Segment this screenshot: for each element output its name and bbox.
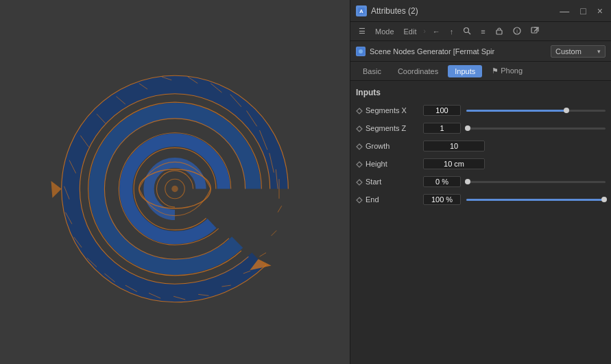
param-value-segments_x[interactable]	[423, 105, 461, 116]
spiral-3d	[45, 52, 305, 313]
tab-coordinates[interactable]: Coordinates	[391, 65, 445, 77]
list-button[interactable]: ≡	[478, 27, 488, 36]
svg-marker-46	[357, 180, 362, 185]
tabs: BasicCoordinatesInputs⚑ Phong	[350, 62, 611, 81]
dropdown-label: Custom	[555, 47, 582, 56]
svg-point-41	[359, 49, 363, 53]
param-value-start[interactable]	[423, 176, 461, 187]
inputs-area: Inputs Segments XSegments ZGrowthHeightS…	[350, 81, 611, 364]
param-row-start: Start	[356, 174, 606, 189]
param-diamond-end[interactable]	[356, 196, 363, 203]
param-label-segments_x: Segments X	[366, 106, 420, 114]
svg-rect-35	[496, 30, 502, 34]
param-row-end: End	[356, 192, 606, 207]
edit-button[interactable]: Edit	[401, 27, 420, 36]
param-diamond-height[interactable]	[356, 160, 363, 167]
param-label-segments_z: Segments Z	[366, 124, 420, 132]
scene-node-label: Scene Nodes Generator [Fermat Spir	[370, 47, 547, 56]
param-slider-end[interactable]	[466, 199, 606, 201]
svg-line-27	[278, 206, 282, 213]
param-slider-fill-segments_x	[466, 110, 566, 112]
param-slider-fill-end	[466, 199, 604, 201]
toolbar-separator: ›	[424, 27, 426, 35]
svg-line-25	[260, 252, 267, 256]
param-row-growth: Growth	[356, 138, 606, 154]
param-value-segments_z[interactable]	[423, 123, 461, 134]
viewport	[0, 0, 350, 364]
params-container: Segments XSegments ZGrowthHeightStartEnd	[356, 103, 606, 207]
lock-button[interactable]	[492, 26, 506, 37]
custom-dropdown[interactable]: Custom ▾	[551, 45, 606, 58]
param-slider-segments_z[interactable]	[466, 128, 606, 130]
param-diamond-segments_x[interactable]	[356, 107, 363, 114]
back-button[interactable]: ←	[430, 27, 443, 36]
svg-marker-43	[357, 126, 362, 132]
param-row-segments_x: Segments X	[356, 103, 606, 118]
param-slider-thumb-segments_z[interactable]	[465, 125, 470, 131]
tab-inputs[interactable]: Inputs	[448, 65, 482, 77]
param-value-height[interactable]	[423, 158, 485, 169]
scene-node-row: Scene Nodes Generator [Fermat Spir Custo…	[350, 41, 611, 62]
param-row-height: Height	[356, 156, 606, 171]
tab-basic[interactable]: Basic	[356, 65, 388, 77]
svg-line-34	[468, 32, 470, 34]
param-label-growth: Growth	[366, 142, 420, 150]
svg-point-30	[171, 185, 178, 192]
param-label-end: End	[366, 195, 420, 204]
svg-text:i: i	[516, 29, 518, 34]
svg-marker-45	[357, 162, 362, 167]
svg-marker-44	[357, 144, 362, 149]
tab-phong[interactable]: ⚑ Phong	[485, 64, 529, 77]
forward-button[interactable]: ↑	[447, 27, 457, 36]
param-slider-thumb-segments_x[interactable]	[564, 108, 569, 113]
mode-button[interactable]: Mode	[372, 27, 397, 36]
dropdown-arrow-icon: ▾	[597, 48, 601, 55]
param-label-start: Start	[366, 178, 420, 186]
hamburger-button[interactable]: ☰	[356, 26, 368, 36]
title-bar-left: A Attributes (2)	[356, 5, 418, 16]
param-label-height: Height	[366, 160, 420, 168]
panel-title: Attributes (2)	[371, 6, 418, 16]
toolbar: ☰ Mode Edit › ← ↑ ≡ i	[350, 22, 611, 41]
svg-text:A: A	[359, 8, 363, 14]
title-controls: — □ ×	[557, 6, 606, 16]
svg-marker-42	[357, 108, 362, 114]
param-diamond-segments_z[interactable]	[356, 125, 363, 132]
attributes-icon: A	[356, 5, 367, 16]
inputs-title: Inputs	[356, 88, 606, 97]
param-slider-segments_x[interactable]	[466, 110, 606, 112]
param-diamond-start[interactable]	[356, 178, 363, 185]
info-button[interactable]: i	[510, 26, 524, 37]
svg-line-26	[272, 230, 277, 236]
maximize-button[interactable]: □	[577, 6, 588, 16]
svg-line-39	[534, 27, 538, 32]
svg-point-33	[464, 27, 469, 32]
attributes-panel: A Attributes (2) — □ × ☰ Mode Edit › ← ↑…	[350, 0, 611, 364]
title-bar: A Attributes (2) — □ ×	[350, 0, 611, 22]
search-button[interactable]	[460, 26, 474, 37]
param-slider-thumb-start[interactable]	[465, 179, 470, 184]
param-slider-start[interactable]	[466, 181, 606, 183]
scene-node-icon	[356, 47, 366, 56]
param-row-segments_z: Segments Z	[356, 121, 606, 136]
close-button[interactable]: ×	[595, 6, 606, 16]
param-diamond-growth[interactable]	[356, 143, 363, 149]
param-value-end[interactable]	[423, 194, 461, 205]
minimize-button[interactable]: —	[557, 6, 572, 16]
external-button[interactable]	[528, 26, 542, 37]
svg-marker-47	[357, 197, 362, 203]
param-slider-thumb-end[interactable]	[601, 197, 607, 202]
param-value-growth[interactable]	[423, 141, 485, 151]
